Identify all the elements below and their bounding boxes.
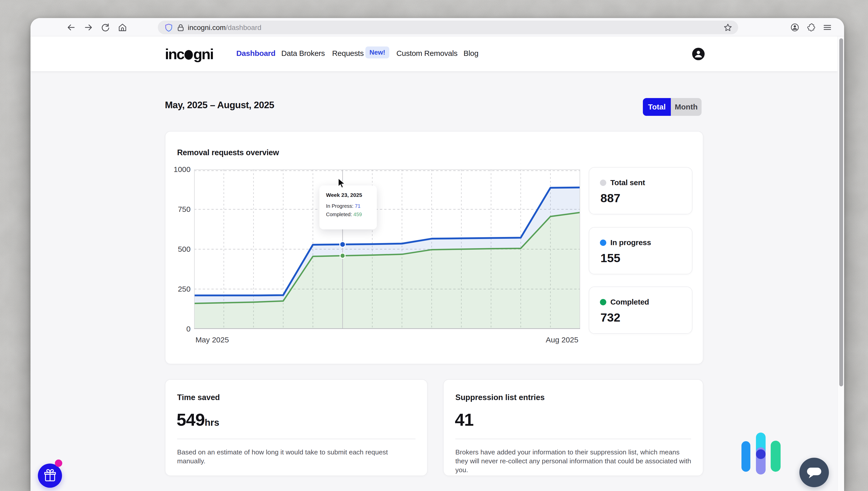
in-progress-value: 155 [600,251,620,265]
total-sent-value: 887 [600,191,620,205]
reload-icon[interactable] [101,23,110,32]
total-sent-dot [600,180,606,186]
rewards-gift-button[interactable] [38,464,62,488]
browser-window: incogni.com/dashboard incgni Dashboard D… [30,18,844,491]
completed-dot [600,299,606,305]
account-icon[interactable] [790,23,800,32]
suppression-list-card: Suppression list entries 41 Brokers have… [443,379,703,476]
incogni-logo[interactable]: incgni [165,46,213,62]
home-icon[interactable] [118,23,127,32]
extensions-puzzle-icon[interactable] [807,23,816,32]
surfshark-bars-logo [741,433,782,476]
chart-title: Removal requests overview [177,148,279,157]
xtick-aug: Aug 2025 [534,336,590,344]
gift-notification-dot [55,460,62,467]
nav-item-dashboard[interactable]: Dashboard [236,49,275,58]
stat-card-completed: Completed 732 [589,287,693,334]
ytick-750: 750 [165,205,191,213]
mouse-cursor [337,178,347,189]
bookmark-star-icon[interactable] [724,23,732,32]
url-bar[interactable]: incogni.com/dashboard [158,21,738,34]
removal-requests-chart[interactable] [194,169,580,329]
chart-tooltip: Week 23, 2025 In Progress: 71 Completed:… [319,185,377,229]
time-saved-card: Time saved 549hrs Based on an estimate o… [165,379,428,476]
chat-bubble-icon [804,464,824,481]
tooltip-completed-row: Completed: 459 [326,211,377,218]
logo-o-dot [185,50,193,60]
nav-item-requests[interactable]: Requests [332,49,364,58]
profile-avatar[interactable] [692,48,705,60]
ytick-250: 250 [165,285,191,293]
tooltip-week-title: Week 23, 2025 [326,192,377,198]
stat-card-in-progress: In progress 155 [589,227,693,274]
ytick-500: 500 [165,245,191,254]
page-content: incgni Dashboard Data Brokers Requests N… [30,36,838,491]
nav-item-custom-removals[interactable]: Custom Removals [396,49,458,58]
page-scrollbar[interactable] [838,36,844,491]
time-saved-title: Time saved [177,393,220,402]
total-month-toggle: Total Month [643,98,702,116]
toggle-month-button[interactable]: Month [671,98,702,116]
completed-label: Completed [610,298,649,306]
tooltip-in-progress-row: In Progress: 71 [326,203,377,209]
in-progress-label: In progress [610,238,651,247]
url-host: incogni.com [188,24,226,31]
toggle-total-button[interactable]: Total [643,98,671,116]
divider [455,439,691,439]
time-saved-value: 549hrs [176,410,219,430]
url-text: incogni.com/dashboard [188,24,261,32]
total-sent-label: Total sent [610,178,645,187]
nav-item-blog[interactable]: Blog [464,49,478,58]
suppression-title: Suppression list entries [455,393,544,402]
tooltip-in-progress-value: 71 [355,203,360,209]
requests-new-badge[interactable]: New! [365,47,389,58]
gift-icon [44,469,57,482]
back-icon[interactable] [66,23,76,32]
menu-hamburger-icon[interactable] [823,23,832,32]
tooltip-completed-value: 459 [354,211,362,217]
time-saved-unit: hrs [204,417,219,428]
xtick-may: May 2025 [184,336,240,344]
suppression-caption: Brokers have added your information to t… [455,448,693,474]
time-saved-caption: Based on an estimate of how long it woul… [177,448,417,466]
scrollbar-thumb[interactable] [839,38,843,386]
nav-item-data-brokers[interactable]: Data Brokers [281,49,325,58]
url-path: /dashboard [226,24,261,31]
tracking-shield-icon[interactable] [165,24,172,32]
browser-toolbar: incogni.com/dashboard [30,18,844,36]
completed-value: 732 [600,310,620,324]
divider [177,439,416,439]
chat-widget-button[interactable] [800,458,829,487]
site-navbar: incgni Dashboard Data Brokers Requests N… [30,36,838,71]
ytick-1000: 1000 [165,165,191,174]
in-progress-dot [600,239,606,246]
ytick-0: 0 [165,325,191,333]
forward-icon[interactable] [84,23,93,32]
date-range-heading: May, 2025 – August, 2025 [165,100,274,111]
stat-card-total-sent: Total sent 887 [589,167,693,214]
lock-icon[interactable] [177,24,184,31]
suppression-value: 41 [455,410,474,430]
